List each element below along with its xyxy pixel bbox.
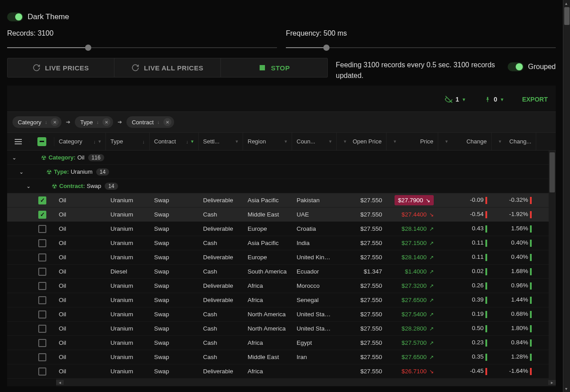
- scrollbar-thumb[interactable]: [550, 152, 555, 192]
- col-header-settlement[interactable]: Settl...▾: [199, 133, 243, 150]
- table-row[interactable]: OilUraniumSwapDeliverableEuropeCroatia$2…: [7, 222, 556, 236]
- group-row-category[interactable]: ⌄ ☢ Category: Oil 116: [7, 151, 556, 165]
- hidden-columns-button[interactable]: 1 ▼: [445, 95, 466, 103]
- live-prices-button[interactable]: LIVE PRICES: [8, 58, 114, 77]
- grid-vertical-scrollbar[interactable]: [549, 151, 556, 379]
- table-row[interactable]: ✓OilUraniumSwapDeliverableAsia PacificPa…: [7, 193, 556, 208]
- live-all-prices-button[interactable]: LIVE ALL PRICES: [114, 58, 221, 77]
- table-row[interactable]: OilUraniumSwapCashNorth AmericaUnited St…: [7, 322, 556, 336]
- collapse-icon[interactable]: ⌄: [21, 183, 36, 189]
- table-row[interactable]: OilUraniumSwapDeliverableAfrica$27.550$2…: [7, 364, 556, 379]
- select-all-checkbox[interactable]: [29, 137, 54, 146]
- cell-change-pct: 0.68%: [492, 310, 536, 318]
- filter-icon[interactable]: ▾: [236, 139, 238, 144]
- row-checkbox[interactable]: [38, 253, 46, 261]
- page-vertical-scrollbar[interactable]: ▴ ▾: [563, 0, 570, 392]
- dark-theme-label: Dark Theme: [28, 12, 69, 21]
- table-row[interactable]: OilUraniumSwapCashMiddle EastIran$27.550…: [7, 350, 556, 364]
- col-header-category[interactable]: Category↓▾: [54, 133, 106, 150]
- dark-theme-toggle[interactable]: [7, 12, 23, 21]
- col-header-price[interactable]: ▾Price: [387, 133, 438, 150]
- scroll-right-icon[interactable]: ▸: [548, 380, 556, 385]
- feed-status-text: Feeding 3100 records every 0.5 sec. 3100…: [336, 58, 500, 81]
- records-slider[interactable]: [7, 47, 277, 48]
- row-checkbox[interactable]: [38, 225, 46, 233]
- table-row[interactable]: OilDieselSwapCashSouth AmericaEcuador$1.…: [7, 265, 556, 279]
- grid-menu-button[interactable]: [7, 141, 29, 142]
- scroll-up-icon[interactable]: ▴: [565, 1, 567, 6]
- caret-down-icon: ▼: [462, 97, 466, 102]
- row-checkbox[interactable]: [38, 368, 46, 376]
- col-header-change[interactable]: ▾Change: [438, 133, 492, 150]
- sort-icon[interactable]: ↓: [96, 119, 99, 125]
- col-header-open-price[interactable]: ▾Open Price: [337, 133, 387, 150]
- collapse-icon[interactable]: ⌄: [7, 155, 21, 161]
- filter-icon[interactable]: ▾: [191, 139, 194, 144]
- cell-region: Africa: [243, 368, 292, 375]
- cell-price: $27.1500↗: [387, 240, 438, 246]
- export-button[interactable]: EXPORT: [522, 96, 548, 103]
- trend-down-icon: ↘: [429, 368, 434, 375]
- cell-category: Oil: [54, 297, 106, 303]
- group-label: Type:: [54, 168, 69, 175]
- frequency-slider-handle[interactable]: [323, 45, 330, 51]
- sort-icon[interactable]: ↓: [142, 139, 145, 144]
- sort-icon[interactable]: ↓: [94, 139, 96, 144]
- filter-icon[interactable]: ▾: [329, 139, 332, 144]
- col-header-country[interactable]: Coun...▾: [292, 133, 337, 150]
- scrollbar-thumb[interactable]: [564, 7, 570, 25]
- table-row[interactable]: OilUraniumSwapCashAfricaEgypt$27.550$27.…: [7, 336, 556, 350]
- row-checkbox[interactable]: [38, 339, 46, 347]
- cell-price: $28.1400↗: [387, 225, 438, 232]
- collapse-icon[interactable]: ⌄: [14, 169, 28, 175]
- cell-open-price: $27.550: [337, 197, 387, 204]
- table-row[interactable]: OilUraniumSwapDeliverableAfricaMorocco$2…: [7, 279, 556, 293]
- cell-type: Uranium: [106, 282, 150, 289]
- grouped-toggle[interactable]: [508, 62, 524, 71]
- groupby-chip-contract[interactable]: Contract ↓ ✕: [126, 116, 174, 128]
- group-row-contract[interactable]: ⌄ ☢ Contract: Swap 14: [7, 179, 556, 193]
- cell-category: Oil: [54, 354, 106, 360]
- chip-remove-icon[interactable]: ✕: [102, 118, 110, 126]
- cell-contract: Swap: [150, 268, 199, 275]
- sort-icon[interactable]: ↓: [45, 119, 48, 125]
- filter-icon[interactable]: ▾: [98, 139, 101, 144]
- groupby-chip-type[interactable]: Type ↓ ✕: [75, 116, 113, 128]
- sort-icon[interactable]: ↓: [157, 119, 160, 125]
- records-slider-handle[interactable]: [85, 45, 91, 51]
- groupby-chip-category[interactable]: Category ↓ ✕: [12, 116, 61, 128]
- sort-icon[interactable]: ↓: [186, 139, 189, 144]
- table-row[interactable]: OilUraniumSwapCashNorth AmericaUnited St…: [7, 307, 556, 322]
- row-checkbox[interactable]: [38, 239, 46, 247]
- scroll-down-icon[interactable]: ▾: [565, 386, 567, 391]
- row-checkbox[interactable]: [38, 325, 46, 333]
- cell-change: 0.11: [438, 239, 492, 246]
- col-header-change-pct[interactable]: ▾Chang...: [492, 133, 536, 150]
- group-row-type[interactable]: ⌄ ☢ Type: Uranium 14: [7, 165, 556, 179]
- row-checkbox[interactable]: [38, 310, 46, 318]
- row-checkbox[interactable]: [38, 353, 46, 361]
- table-row[interactable]: OilUraniumSwapDeliverableAfricaSenegal$2…: [7, 293, 556, 307]
- pinned-columns-button[interactable]: 0 ▼: [484, 96, 505, 103]
- filter-icon[interactable]: ▾: [285, 139, 287, 144]
- table-row[interactable]: ✓OilUraniumSwapCashMiddle EastUAE$27.550…: [7, 208, 556, 222]
- cell-region: Africa: [243, 282, 292, 289]
- grid-horizontal-scrollbar[interactable]: ◂ ▸: [56, 379, 556, 386]
- row-checkbox[interactable]: ✓: [38, 211, 46, 219]
- frequency-slider[interactable]: [286, 47, 556, 48]
- row-checkbox[interactable]: [38, 296, 46, 304]
- col-header-type[interactable]: Type↓: [106, 133, 150, 150]
- row-checkbox[interactable]: [38, 268, 46, 276]
- chip-remove-icon[interactable]: ✕: [163, 118, 171, 126]
- row-checkbox[interactable]: ✓: [38, 196, 46, 204]
- cell-country: Senegal: [292, 297, 337, 303]
- scroll-left-icon[interactable]: ◂: [56, 380, 64, 385]
- table-row[interactable]: OilUraniumSwapDeliverableEuropeUnited Ki…: [7, 250, 556, 265]
- chip-remove-icon[interactable]: ✕: [51, 118, 59, 126]
- col-header-contract[interactable]: Contract↓▾: [150, 133, 199, 150]
- col-header-region[interactable]: Region▾: [243, 133, 292, 150]
- stop-button[interactable]: STOP: [221, 58, 327, 77]
- trend-up-icon: ↗: [429, 311, 434, 318]
- row-checkbox[interactable]: [38, 282, 46, 290]
- table-row[interactable]: OilUraniumSwapCashAsia PacificIndia$27.5…: [7, 236, 556, 250]
